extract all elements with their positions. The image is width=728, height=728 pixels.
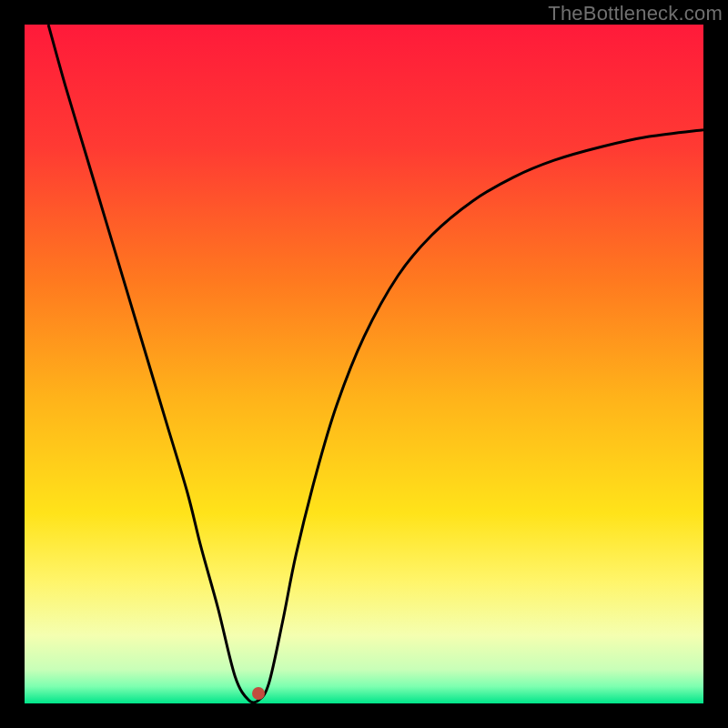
gradient-background — [25, 25, 703, 703]
optimal-point-marker — [252, 687, 265, 700]
chart-frame — [25, 25, 703, 703]
watermark-text: TheBottleneck.com — [548, 2, 723, 25]
